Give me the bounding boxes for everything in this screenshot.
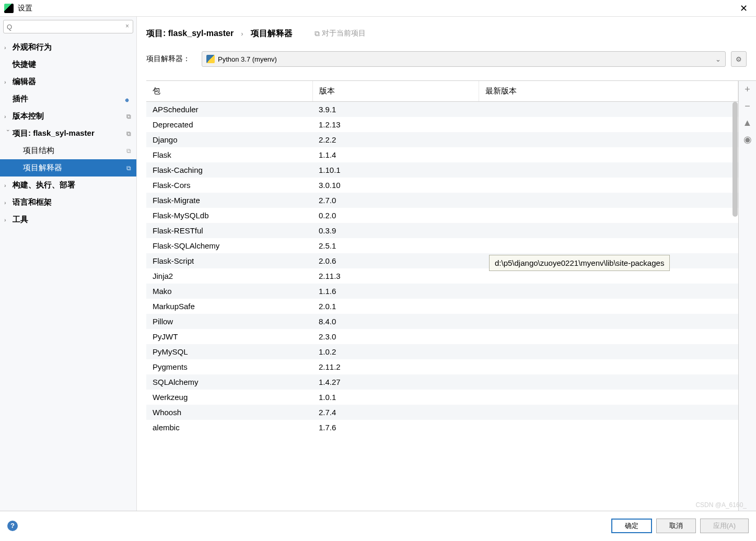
table-row[interactable]: alembic1.7.6 <box>146 420 738 435</box>
pkg-latest <box>479 178 738 193</box>
pkg-version: 2.5.1 <box>312 238 479 253</box>
pkg-latest <box>479 314 738 329</box>
clear-icon[interactable]: × <box>125 22 129 30</box>
table-row[interactable]: Flask-MySQLdb0.2.0 <box>146 208 738 223</box>
sidebar-item-label: 版本控制 <box>13 111 126 121</box>
pkg-name: Pygments <box>146 359 312 374</box>
upgrade-package-button[interactable]: ▲ <box>739 114 756 131</box>
pkg-latest <box>479 132 738 147</box>
pkg-latest <box>479 284 738 299</box>
breadcrumb-project[interactable]: 项目: flask_syl-master <box>146 28 234 39</box>
pkg-latest <box>479 420 738 435</box>
table-row[interactable]: Whoosh2.7.4 <box>146 405 738 420</box>
pkg-version: 0.2.0 <box>312 208 479 223</box>
pkg-version: 1.1.6 <box>312 284 479 299</box>
pkg-version: 1.10.1 <box>312 162 479 178</box>
add-package-button[interactable]: + <box>739 81 756 98</box>
pkg-latest <box>479 162 738 178</box>
remove-package-button[interactable]: − <box>739 98 756 114</box>
copy-icon: ⧉ <box>126 164 131 172</box>
sidebar-item-4[interactable]: ›版本控制⧉ <box>0 108 136 125</box>
sidebar-item-3[interactable]: 插件🜨 <box>0 90 136 108</box>
col-header-version[interactable]: 版本 <box>312 81 479 102</box>
sidebar-item-6[interactable]: 项目结构⧉ <box>0 142 136 159</box>
table-row[interactable]: MarkupSafe2.0.1 <box>146 299 738 314</box>
pkg-version: 1.0.2 <box>312 344 479 359</box>
pkg-latest <box>479 208 738 223</box>
pkg-name: Jinja2 <box>146 268 312 284</box>
table-row[interactable]: Flask-SQLAlchemy2.5.1 <box>146 238 738 253</box>
pkg-version: 2.3.0 <box>312 329 479 344</box>
table-row[interactable]: Mako1.1.6 <box>146 284 738 299</box>
help-icon[interactable]: ? <box>7 521 18 531</box>
table-row[interactable]: Flask1.1.4 <box>146 147 738 162</box>
pkg-version: 2.11.2 <box>312 359 479 374</box>
table-row[interactable]: Flask-RESTful0.3.9 <box>146 223 738 238</box>
pkg-version: 1.1.4 <box>312 147 479 162</box>
pkg-name: SQLAlchemy <box>146 374 312 390</box>
interpreter-label: 项目解释器： <box>146 54 196 64</box>
table-row[interactable]: Flask-Caching1.10.1 <box>146 162 738 178</box>
table-row[interactable]: Pygments2.11.2 <box>146 359 738 374</box>
table-row[interactable]: Deprecated1.2.13 <box>146 117 738 132</box>
settings-tree: ›外观和行为快捷键›编辑器插件🜨›版本控制⧉›项目: flask_syl-mas… <box>0 37 136 511</box>
pkg-version: 1.0.1 <box>312 390 479 405</box>
pkg-name: Django <box>146 132 312 147</box>
table-row[interactable]: Flask-Cors3.0.10 <box>146 178 738 193</box>
pkg-version: 3.9.1 <box>312 102 479 117</box>
col-header-name[interactable]: 包 <box>146 81 312 102</box>
sidebar-item-1[interactable]: 快捷键 <box>0 56 136 73</box>
package-tools: + − ▲ ◉ <box>738 81 756 511</box>
table-row[interactable]: Pillow8.4.0 <box>146 314 738 329</box>
table-row[interactable]: PyJWT2.3.0 <box>146 329 738 344</box>
scrollbar-thumb[interactable] <box>732 102 738 217</box>
sidebar-item-7[interactable]: 项目解释器⧉ <box>0 159 136 177</box>
pkg-version: 2.2.2 <box>312 132 479 147</box>
pkg-latest <box>479 147 738 162</box>
pkg-version: 2.11.3 <box>312 268 479 284</box>
interpreter-settings-button[interactable]: ⚙ <box>731 51 747 67</box>
cancel-button[interactable]: 取消 <box>656 519 696 533</box>
sidebar-item-label: 项目解释器 <box>23 163 126 173</box>
table-row[interactable]: Werkzeug1.0.1 <box>146 390 738 405</box>
table-row[interactable]: APScheduler3.9.1 <box>146 102 738 117</box>
sidebar-item-5[interactable]: ›项目: flask_syl-master⧉ <box>0 125 136 142</box>
interpreter-value: Python 3.7 (myenv) <box>218 55 715 63</box>
pkg-name: Flask-Migrate <box>146 193 312 208</box>
interpreter-select[interactable]: Python 3.7 (myenv) ⌄ <box>202 51 726 67</box>
copy-icon: ⧉ <box>126 113 131 120</box>
sidebar-item-label: 构建、执行、部署 <box>13 180 131 190</box>
pkg-latest <box>479 102 738 117</box>
footer: ? 确定 取消 应用(A) <box>0 511 756 540</box>
sidebar-item-2[interactable]: ›编辑器 <box>0 73 136 90</box>
chevron-down-icon: ⌄ <box>715 55 721 63</box>
pkg-version: 2.7.0 <box>312 193 479 208</box>
scrollbar[interactable] <box>732 102 738 238</box>
sidebar: × ›外观和行为快捷键›编辑器插件🜨›版本控制⧉›项目: flask_syl-m… <box>0 17 137 511</box>
apply-button: 应用(A) <box>700 519 749 533</box>
chevron-icon: › <box>4 44 13 51</box>
sidebar-item-8[interactable]: ›构建、执行、部署 <box>0 177 136 194</box>
pkg-version: 2.0.6 <box>312 253 479 268</box>
sidebar-item-0[interactable]: ›外观和行为 <box>0 39 136 56</box>
app-icon <box>4 4 14 13</box>
close-icon[interactable]: ✕ <box>736 3 752 14</box>
col-header-latest[interactable]: 最新版本 <box>479 81 738 102</box>
show-early-button[interactable]: ◉ <box>739 131 756 148</box>
path-tooltip: d:\p5\django\zuoye0221\myenv\lib\site-pa… <box>489 255 670 271</box>
pkg-latest <box>479 329 738 344</box>
table-row[interactable]: Flask-Migrate2.7.0 <box>146 193 738 208</box>
table-row[interactable]: SQLAlchemy1.4.27 <box>146 374 738 390</box>
ok-button[interactable]: 确定 <box>611 519 652 533</box>
pkg-version: 3.0.10 <box>312 178 479 193</box>
table-row[interactable]: Django2.2.2 <box>146 132 738 147</box>
pkg-version: 1.2.13 <box>312 117 479 132</box>
pkg-version: 0.3.9 <box>312 223 479 238</box>
table-row[interactable]: PyMySQL1.0.2 <box>146 344 738 359</box>
pkg-version: 1.4.27 <box>312 374 479 390</box>
sidebar-item-10[interactable]: ›工具 <box>0 211 136 228</box>
sidebar-item-9[interactable]: ›语言和框架 <box>0 194 136 211</box>
search-input[interactable] <box>3 20 133 33</box>
packages-table-wrap[interactable]: 包 版本 最新版本 APScheduler3.9.1Deprecated1.2.… <box>146 81 738 511</box>
pkg-name: Flask <box>146 147 312 162</box>
